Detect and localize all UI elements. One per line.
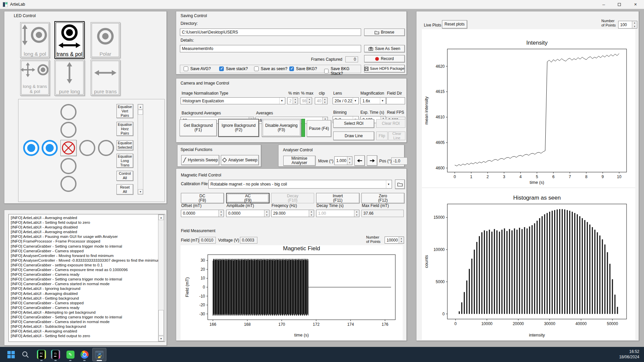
- maximize-button[interactable]: [611, 0, 627, 9]
- log-output[interactable]: [INFO] ArtieLabUI - Averaging enabled[IN…: [8, 214, 165, 342]
- equalise-long-trans-button[interactable]: Equalise Long Trans: [116, 154, 133, 168]
- taskbar-chrome[interactable]: [80, 350, 89, 359]
- led-circle-off[interactable]: [60, 176, 77, 192]
- led-circle-on[interactable]: [23, 140, 39, 156]
- reset-plots-button[interactable]: Reset plots: [442, 20, 467, 29]
- pct-min-spinbox[interactable]: 2▲▼: [287, 97, 298, 104]
- taskbar-clock[interactable]: 16:52 18/06/2024: [619, 349, 639, 360]
- save-option-checkbox[interactable]: Save BKG Stack?: [324, 66, 361, 76]
- clear-roi-button[interactable]: Clear ROI: [376, 119, 405, 128]
- search-button[interactable]: [21, 350, 30, 359]
- led-circle-off[interactable]: [60, 104, 77, 120]
- checkbox-checked-icon[interactable]: [219, 66, 224, 71]
- led-circle-off[interactable]: [60, 122, 77, 138]
- scrollbar-thumb[interactable]: [138, 110, 143, 115]
- scroll-up-icon[interactable]: ▲: [138, 104, 143, 109]
- led-cluster-scrollbar[interactable]: ▲ ▼: [138, 104, 143, 195]
- spinner-arrows-icon[interactable]: ▲▼: [347, 157, 352, 165]
- minimize-button[interactable]: ─: [596, 0, 611, 9]
- directory-input[interactable]: C:\Users\User\Desktop\USERS: [180, 29, 361, 36]
- lens-dropdown[interactable]: 20x / 0.22▼: [333, 97, 359, 104]
- magnet-points-spinbox[interactable]: 10000▲▼: [385, 237, 404, 244]
- pct-max-spinbox[interactable]: 98▲▼: [300, 97, 312, 104]
- taskbar-pycharm[interactable]: PC▬: [37, 350, 46, 359]
- details-input[interactable]: MeasurementInfo: [180, 45, 361, 52]
- led-circle-crossed[interactable]: [60, 140, 77, 156]
- spinner-arrows-icon[interactable]: ▲▼: [309, 210, 314, 217]
- move-left-button[interactable]: [354, 155, 365, 166]
- save-option-checkbox[interactable]: Save as seen?: [254, 66, 287, 71]
- control-all-button[interactable]: Control All: [116, 171, 133, 181]
- calibration-file-dropdown[interactable]: Rotatable magnet - no pole shoes - big c…: [208, 180, 392, 189]
- equalise-horz-pairs-button[interactable]: Equalise Horz Pairs: [116, 122, 133, 136]
- checkbox-unchecked-icon[interactable]: [184, 66, 188, 71]
- led-mode-long-trans-pol-button[interactable]: long & trans & pol: [20, 60, 50, 96]
- decay-button[interactable]: Decay (F10): [271, 193, 314, 203]
- taskbar-artielab-active[interactable]: [92, 348, 106, 361]
- led-mode-polar-button[interactable]: Polar: [91, 22, 120, 58]
- disable-averaging-button[interactable]: Disable Averaging (F3): [262, 119, 301, 137]
- led-circle-off[interactable]: [79, 140, 95, 156]
- close-button[interactable]: ✕: [627, 0, 644, 9]
- draw-line-button[interactable]: Draw Line: [333, 132, 374, 140]
- save-option-checkbox[interactable]: Save stack?: [219, 66, 248, 71]
- scroll-down-icon[interactable]: ▼: [158, 336, 164, 341]
- led-mode-pure-trans-button[interactable]: pure trans: [91, 60, 120, 96]
- ignore-background-button[interactable]: Ignore Background (F2): [218, 119, 259, 137]
- save-option-checkbox[interactable]: Save AVG?: [184, 66, 211, 71]
- led-mode-pure-long-button[interactable]: pure long: [54, 60, 85, 96]
- amplitude-spinbox[interactable]: 0.0000▲▼: [226, 210, 269, 217]
- zero-button[interactable]: Zero (F12): [361, 193, 404, 203]
- start-button[interactable]: [6, 350, 15, 359]
- checkbox-unchecked-icon[interactable]: [324, 69, 329, 73]
- decay-time-spinbox[interactable]: 1.00▲▼: [316, 210, 359, 217]
- save-option-checkbox[interactable]: Save BKG?: [289, 66, 317, 71]
- reset-all-button[interactable]: Reset All: [116, 184, 133, 195]
- taskbar-clion[interactable]: CL▬: [51, 350, 60, 359]
- minimise-analyser-button[interactable]: Minimise Analyser: [283, 156, 315, 166]
- pause-button[interactable]: Pause (F4): [307, 120, 331, 137]
- spinner-arrows-icon[interactable]: ▲▼: [354, 210, 359, 217]
- log-scrollbar[interactable]: ▲ ▼: [158, 214, 164, 342]
- led-mode-trans-pol-button[interactable]: trans & pol: [54, 21, 85, 59]
- calibration-browse-button[interactable]: [395, 179, 405, 189]
- scrollbar-thumb[interactable]: [158, 310, 164, 335]
- move-right-button[interactable]: [367, 155, 377, 166]
- get-background-button[interactable]: Get Background (F1): [180, 119, 217, 136]
- spinner-arrows-icon[interactable]: ▲▼: [218, 210, 224, 217]
- record-button[interactable]: Record: [364, 55, 405, 62]
- spinner-arrows-icon[interactable]: ▲▼: [264, 210, 269, 217]
- spinner-arrows-icon[interactable]: ▲▼: [322, 98, 327, 104]
- frequency-spinbox[interactable]: 29.000▲▼: [271, 210, 314, 217]
- flip-button[interactable]: Flip: [376, 132, 388, 140]
- dc-button[interactable]: DC (F8): [181, 193, 224, 203]
- move-spinbox[interactable]: 1.000▲▼: [334, 156, 352, 165]
- analyser-sweep-button[interactable]: Analyser Sweep: [221, 155, 259, 165]
- scroll-up-icon[interactable]: ▲: [158, 215, 164, 220]
- ac-button[interactable]: AC (F9): [226, 193, 269, 203]
- live-points-spinbox[interactable]: 100▲▼: [618, 21, 637, 29]
- offset-spinbox[interactable]: 0.0000▲▼: [181, 210, 224, 217]
- equalise-vert-pairs-button[interactable]: Equalise Vert Pairs: [116, 104, 133, 118]
- checkbox-checked-icon[interactable]: [289, 66, 294, 71]
- spinner-arrows-icon[interactable]: ▲▼: [293, 98, 298, 104]
- checkbox-unchecked-icon[interactable]: [254, 66, 259, 71]
- led-circle-off[interactable]: [60, 158, 77, 174]
- spinner-arrows-icon[interactable]: ▲▼: [399, 237, 404, 243]
- spinner-arrows-icon[interactable]: ▲▼: [307, 98, 312, 104]
- led-mode-long-pol-button[interactable]: long & pol: [20, 22, 50, 58]
- magnification-dropdown[interactable]: 1.6x▼: [360, 97, 386, 104]
- clear-line-button[interactable]: Clear Line: [388, 132, 405, 140]
- normalisation-dropdown[interactable]: Histogram Equalization▼: [181, 97, 285, 104]
- equalise-selected-button[interactable]: Equalise Selected: [116, 140, 133, 150]
- clip-spinbox[interactable]: 40▲▼: [315, 97, 328, 104]
- led-circle-on[interactable]: [42, 140, 58, 156]
- spinner-arrows-icon[interactable]: ▲▼: [632, 21, 637, 28]
- taskbar-qt-designer[interactable]: ✎: [66, 350, 75, 359]
- scroll-down-icon[interactable]: ▼: [138, 189, 143, 194]
- save-as-seen-button[interactable]: Save As Seen: [364, 45, 405, 52]
- led-circle-off[interactable]: [98, 140, 114, 156]
- hysteresis-sweep-button[interactable]: Hystersis Sweep: [181, 155, 219, 165]
- invert-button[interactable]: Invert (F11): [316, 193, 359, 203]
- browse-button[interactable]: Browse: [364, 29, 405, 36]
